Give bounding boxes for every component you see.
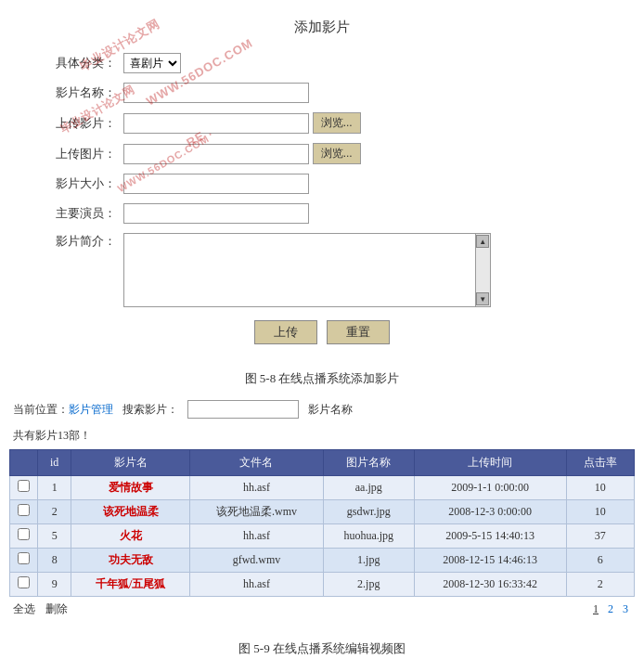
form-buttons: 上传 重置 [19, 320, 625, 344]
row-id: 8 [38, 549, 71, 573]
upload-film-input[interactable] [123, 113, 309, 134]
row-id: 9 [38, 573, 71, 597]
row-id: 2 [38, 500, 71, 524]
row-checkbox-cell[interactable] [10, 476, 38, 500]
page-link-2[interactable]: 2 [605, 601, 616, 617]
col-clickrate: 点击率 [566, 450, 634, 476]
intro-wrap: ▲ ▼ [123, 233, 596, 307]
table-row: 5 火花 hh.asf huohua.jpg 2009-5-15 14:40:1… [10, 524, 635, 549]
scroll-up-arrow[interactable]: ▲ [476, 235, 489, 248]
submit-button[interactable]: 上传 [254, 320, 317, 344]
row-imagename: 2.jpg [323, 573, 414, 597]
category-select[interactable]: 喜剧片 动作片 爱情片 科幻片 [123, 53, 181, 73]
row-clickrate: 6 [566, 549, 634, 573]
toolbar-row: 当前位置：影片管理 搜索影片： 影片名称 [9, 394, 635, 424]
col-filmname: 影片名 [71, 450, 190, 476]
row-id: 1 [38, 476, 71, 500]
category-input-wrap: 喜剧片 动作片 爱情片 科幻片 [123, 53, 596, 73]
row-filename: hh.asf [190, 524, 324, 549]
upload-image-label: 上传图片： [49, 146, 123, 162]
row-checkbox-cell[interactable] [10, 500, 38, 524]
col-uploadtime: 上传时间 [414, 450, 566, 476]
location-link[interactable]: 影片管理 [69, 403, 113, 416]
film-management-section: 当前位置：影片管理 搜索影片： 影片名称 共有影片13部！ id 影片名 文件名… [0, 394, 644, 631]
upload-image-wrap: 浏览... [123, 143, 596, 164]
col-imagename: 图片名称 [323, 450, 414, 476]
col-filename: 文件名 [190, 450, 324, 476]
film-size-input[interactable] [123, 174, 309, 194]
row-clickrate: 37 [566, 524, 634, 549]
row-filmname: 爱情故事 [71, 476, 190, 500]
table-row: 9 千年狐/五尾狐 hh.asf 2.jpg 2008-12-30 16:33:… [10, 573, 635, 597]
select-all-link[interactable]: 全选 [13, 602, 35, 615]
row-filmname: 千年狐/五尾狐 [71, 573, 190, 597]
row-checkbox-cell[interactable] [10, 549, 38, 573]
row-checkbox[interactable] [18, 576, 30, 588]
browse-image-button[interactable]: 浏览... [313, 143, 361, 164]
scrollbar[interactable]: ▲ ▼ [476, 233, 491, 307]
film-name-input-wrap [123, 83, 596, 103]
row-clickrate: 10 [566, 476, 634, 500]
row-checkbox[interactable] [18, 504, 30, 516]
form-title: 添加影片 [19, 19, 625, 36]
upload-film-row: 上传影片： 浏览... [49, 112, 596, 134]
row-filename: 该死地温柔.wmv [190, 500, 324, 524]
page-link-3[interactable]: 3 [620, 601, 631, 617]
row-uploadtime: 2009-5-15 14:40:13 [414, 524, 566, 549]
film-name-input[interactable] [123, 83, 309, 103]
reset-button[interactable]: 重置 [327, 320, 390, 344]
actors-row: 主要演员： [49, 203, 596, 224]
row-checkbox[interactable] [18, 528, 30, 540]
film-name-label: 影片名称： [49, 84, 123, 101]
location-prefix: 当前位置： [13, 403, 69, 416]
film-name-filter-label: 影片名称 [308, 402, 353, 418]
record-count: 共有影片13部！ [9, 424, 635, 449]
intro-row: 影片简介： ▲ ▼ [49, 233, 596, 307]
film-name-row: 影片名称： [49, 83, 596, 103]
delete-link[interactable]: 删除 [45, 602, 68, 615]
row-filmname: 该死地温柔 [71, 500, 190, 524]
row-checkbox-cell[interactable] [10, 524, 38, 549]
current-location-label: 当前位置：影片管理 [13, 402, 113, 418]
intro-label: 影片简介： [49, 233, 123, 250]
col-select [10, 450, 38, 476]
search-label: 搜索影片： [122, 402, 178, 418]
film-size-row: 影片大小： [49, 174, 596, 194]
row-filmname: 功夫无敌 [71, 549, 190, 573]
row-id: 5 [38, 524, 71, 549]
film-size-wrap [123, 174, 596, 194]
row-imagename: 1.jpg [323, 549, 414, 573]
row-clickrate: 10 [566, 500, 634, 524]
scroll-down-arrow[interactable]: ▼ [476, 292, 489, 305]
intro-textarea[interactable] [123, 233, 476, 307]
upload-image-row: 上传图片： 浏览... [49, 143, 596, 164]
top-figure-caption: 图 5-8 在线点播系统添加影片 [0, 370, 644, 387]
row-imagename: huohua.jpg [323, 524, 414, 549]
row-uploadtime: 2008-12-3 0:00:00 [414, 500, 566, 524]
search-input[interactable] [187, 400, 299, 419]
row-uploadtime: 2008-12-15 14:46:13 [414, 549, 566, 573]
upload-film-label: 上传影片： [49, 115, 123, 132]
page-link-1[interactable]: 1 [590, 601, 601, 617]
row-checkbox[interactable] [18, 552, 30, 564]
category-label: 具体分类： [49, 55, 123, 71]
category-row: 具体分类： 喜剧片 动作片 爱情片 科幻片 [49, 53, 596, 73]
actors-wrap [123, 203, 596, 224]
table-row: 8 功夫无敌 gfwd.wmv 1.jpg 2008-12-15 14:46:1… [10, 549, 635, 573]
row-clickrate: 2 [566, 573, 634, 597]
table-header-row: id 影片名 文件名 图片名称 上传时间 点击率 [10, 450, 635, 476]
row-filename: hh.asf [190, 573, 324, 597]
browse-film-button[interactable]: 浏览... [313, 112, 361, 134]
col-id: id [38, 450, 71, 476]
row-imagename: aa.jpg [323, 476, 414, 500]
upload-image-input[interactable] [123, 144, 309, 164]
actors-label: 主要演员： [49, 205, 123, 222]
film-table: id 影片名 文件名 图片名称 上传时间 点击率 1 爱情故事 hh.asf a… [9, 449, 635, 597]
row-uploadtime: 2008-12-30 16:33:42 [414, 573, 566, 597]
row-checkbox[interactable] [18, 480, 30, 492]
bottom-figure-caption: 图 5-9 在线点播系统编辑视频图 [0, 640, 644, 657]
table-row: 2 该死地温柔 该死地温柔.wmv gsdwr.jpg 2008-12-3 0:… [10, 500, 635, 524]
row-checkbox-cell[interactable] [10, 573, 38, 597]
row-filename: hh.asf [190, 476, 324, 500]
actors-input[interactable] [123, 203, 309, 224]
